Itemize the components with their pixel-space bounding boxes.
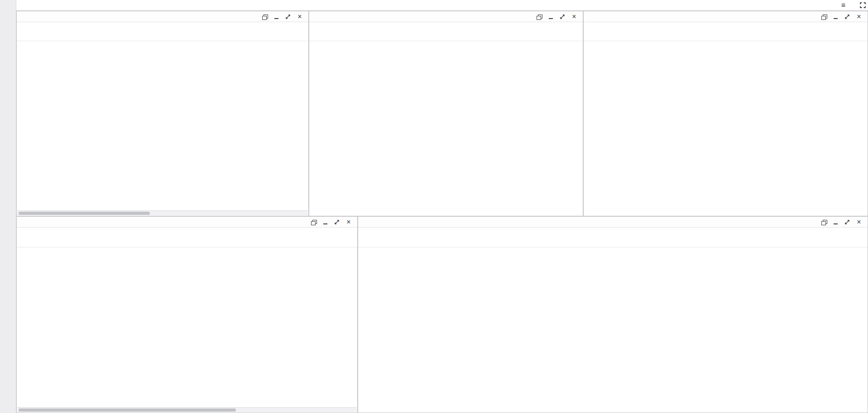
panel-unit-rates: × [309, 11, 583, 216]
fullscreen-icon[interactable] [857, 0, 868, 10]
panel-work-titlebar: × [584, 11, 868, 22]
panel-combined-titlebar: × [17, 217, 357, 228]
panel-files-titlebar: × [17, 11, 308, 22]
panel-unit-titlebar: × [309, 11, 583, 22]
top-tab-bar: ≡ [16, 0, 868, 11]
panel-consolidated-titlebar: × [358, 217, 868, 228]
restore-icon[interactable] [820, 219, 827, 225]
tab-new[interactable] [848, 0, 857, 10]
minimize-icon[interactable] [273, 14, 279, 20]
maximize-icon[interactable] [334, 219, 340, 225]
maximize-icon[interactable] [559, 14, 566, 20]
panel-consolidated: × [358, 216, 868, 413]
hamburger-icon[interactable]: ≡ [839, 0, 848, 10]
close-icon[interactable]: × [856, 219, 862, 225]
minimize-icon[interactable] [832, 219, 839, 225]
horizontal-scrollbar[interactable] [17, 210, 308, 215]
maximize-icon[interactable] [844, 219, 850, 225]
close-icon[interactable]: × [856, 14, 862, 20]
restore-icon[interactable] [310, 219, 317, 225]
restore-icon[interactable] [261, 14, 268, 20]
tab-spacer [24, 0, 839, 10]
panel-work-types: × [583, 11, 868, 216]
minimize-icon[interactable] [832, 14, 839, 20]
minimize-icon[interactable] [547, 14, 554, 20]
maximize-icon[interactable] [285, 14, 291, 20]
minimize-icon[interactable] [322, 219, 328, 225]
panel-files: × [16, 11, 309, 216]
horizontal-scrollbar[interactable] [17, 407, 357, 412]
close-icon[interactable]: × [345, 219, 352, 225]
close-icon[interactable]: × [571, 14, 577, 20]
restore-icon[interactable] [536, 14, 542, 20]
panel-combined: × [16, 216, 358, 413]
app-sidebar [0, 0, 16, 413]
maximize-icon[interactable] [844, 14, 850, 20]
close-icon[interactable]: × [297, 14, 303, 20]
breadcrumb[interactable] [16, 0, 24, 10]
restore-icon[interactable] [820, 14, 827, 20]
